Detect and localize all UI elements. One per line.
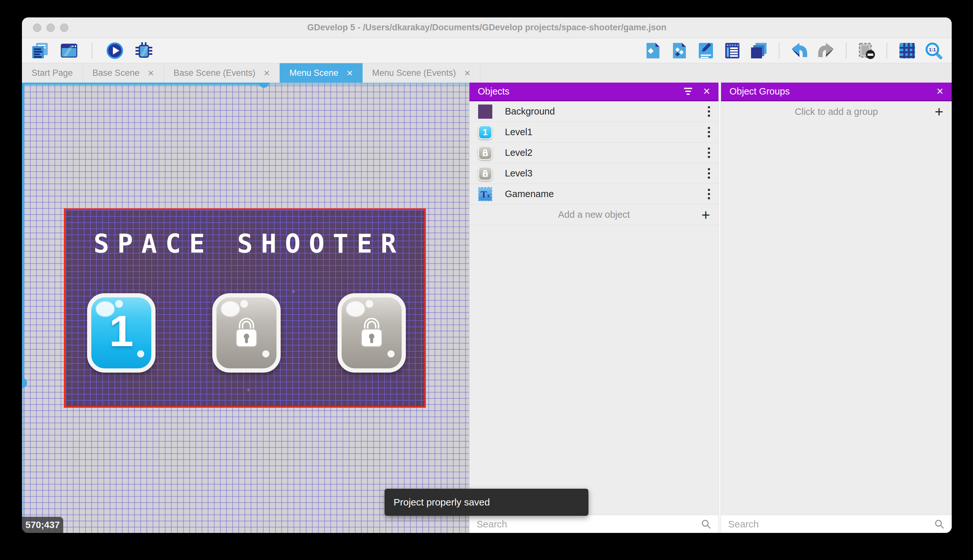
tab-base-scene-events[interactable]: Base Scene (Events) × [164,63,280,83]
star-decoration: + [246,386,250,394]
close-icon[interactable]: × [264,68,270,78]
debug-icon[interactable] [135,42,153,60]
background-swatch-icon [478,104,493,119]
vertical-scrollbar-track[interactable] [22,388,24,533]
preview-play-icon[interactable] [106,42,124,60]
gloss-bubble [240,300,248,308]
toast-message: Project properly saved [393,497,490,508]
grid-icon[interactable] [898,42,916,60]
search-icon[interactable] [934,519,945,529]
text-object-icon: Tx [478,187,493,202]
object-groups-editor-icon[interactable] [670,42,688,60]
scene-canvas[interactable]: + + + + + SPACE SHOOTER 1 [22,83,469,533]
tab-start-page[interactable]: Start Page [22,63,83,83]
object-groups-panel-title: Object Groups [730,86,790,97]
window-title: GDevelop 5 - /Users/dkarakay/Documents/G… [22,23,952,33]
panel-divider[interactable] [718,83,721,533]
redo-icon[interactable] [817,42,835,60]
selection-mask-icon[interactable] [858,42,876,60]
screenshot-root: GDevelop 5 - /Users/dkarakay/Documents/G… [0,0,973,560]
object-name: Level2 [505,147,532,158]
add-group-button[interactable]: Click to add a group + [721,101,952,122]
svg-text:1:1: 1:1 [929,47,936,52]
close-icon[interactable]: × [148,68,154,78]
horizontal-scrollbar-thumb[interactable] [259,83,269,88]
minimize-window-button[interactable] [47,23,55,32]
properties-icon[interactable] [697,42,715,60]
objects-list: Background 1 Level1 Level2 [470,101,718,515]
maximize-window-button[interactable] [60,23,68,32]
groups-search-input[interactable] [728,519,934,530]
close-icon[interactable]: × [936,85,943,97]
tab-base-scene[interactable]: Base Scene × [83,63,164,83]
add-new-object-label: Add a new object [558,209,630,220]
object-row-level3[interactable]: Level3 [470,163,718,184]
objects-search-bar [470,515,718,533]
objects-search-input[interactable] [477,519,701,530]
objects-editor-icon[interactable] [644,42,662,60]
content-area: + + + + + SPACE SHOOTER 1 [22,83,952,533]
project-manager-icon[interactable] [31,42,49,60]
editor-tab-bar: Start Page Base Scene × Base Scene (Even… [22,63,952,83]
filter-icon[interactable] [684,88,692,95]
object-row-level1[interactable]: 1 Level1 [470,122,718,143]
object-groups-panel-header: Object Groups × [721,83,952,101]
toolbar-separator [92,43,92,59]
cursor-coordinates-badge: 570;437 [22,517,63,533]
save-toast: Project properly saved [385,489,588,516]
more-options-icon[interactable] [708,106,710,117]
object-row-level2[interactable]: Level2 [470,143,718,163]
close-icon[interactable]: × [347,68,353,78]
toolbar-right-group: 1:1 [644,42,943,60]
level2-locked-button-instance[interactable] [212,293,281,373]
close-window-button[interactable] [33,23,41,32]
star-decoration: + [291,287,295,296]
zoom-1-1-icon[interactable]: 1:1 [925,42,943,60]
object-name: Background [505,106,555,117]
lock-icon [232,315,261,351]
add-group-label: Click to add a group [795,107,878,117]
more-options-icon[interactable] [708,168,710,179]
undo-icon[interactable] [790,42,808,60]
level-number: 1 [109,306,133,356]
tab-label: Menu Scene [289,68,338,78]
horizontal-scrollbar[interactable] [22,83,264,85]
object-row-gamename[interactable]: Tx Gamename [470,184,718,205]
more-options-icon[interactable] [708,189,710,199]
more-options-icon[interactable] [708,147,710,158]
toolbar-separator [846,43,846,59]
groups-search-bar [721,515,952,533]
tab-label: Menu Scene (Events) [372,68,456,78]
selected-scene-background[interactable]: + + + + + SPACE SHOOTER 1 [64,208,426,408]
vertical-scrollbar[interactable] [22,85,24,383]
object-name: Gamename [505,189,554,199]
tab-menu-scene[interactable]: Menu Scene × [280,63,362,83]
scene-title-text[interactable]: SPACE SHOOTER [65,229,424,259]
lock-icon [357,315,387,351]
tab-menu-scene-events[interactable]: Menu Scene (Events) × [363,63,480,83]
toolbar-left-group [31,42,153,60]
close-icon[interactable]: × [703,85,710,97]
tab-label: Base Scene [93,68,140,78]
traffic-lights [33,17,68,38]
level-1-button-icon: 1 [478,125,493,140]
search-icon[interactable] [701,519,711,529]
horizontal-scrollbar-track[interactable] [268,83,469,85]
instances-list-icon[interactable] [723,42,741,60]
close-icon[interactable]: × [464,68,470,78]
object-groups-panel: Object Groups × Click to add a group + [721,83,952,533]
add-new-object-button[interactable]: Add a new object + [470,205,718,225]
main-toolbar: 1:1 [22,38,952,63]
vertical-scrollbar-thumb[interactable] [22,378,27,388]
tab-label: Start Page [32,68,73,78]
level1-button-instance[interactable]: 1 [87,293,155,373]
plus-icon[interactable]: + [935,104,943,119]
scene-window-icon[interactable] [60,42,78,60]
level3-locked-button-instance[interactable] [337,293,406,373]
object-row-background[interactable]: Background [470,101,718,122]
plus-icon[interactable]: + [701,207,710,222]
more-options-icon[interactable] [708,127,710,137]
object-name: Level3 [505,168,532,179]
locked-button-icon [478,166,493,181]
layers-icon[interactable] [750,42,768,60]
